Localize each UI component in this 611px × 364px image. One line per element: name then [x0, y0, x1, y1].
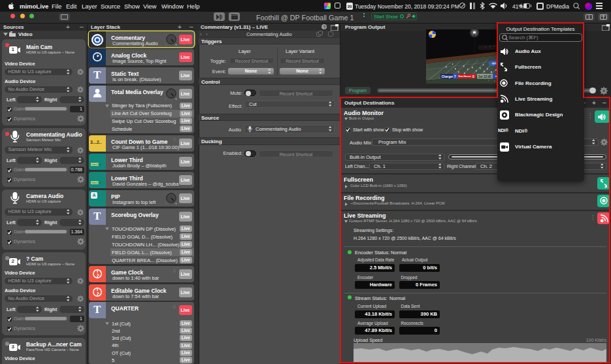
svg-text:Sea Horses: Sea Horses	[458, 74, 472, 78]
svg-text:1st 12:00: 1st 12:00	[478, 75, 491, 78]
svg-text:0: 0	[472, 75, 474, 78]
svg-text:7: 7	[454, 75, 456, 78]
